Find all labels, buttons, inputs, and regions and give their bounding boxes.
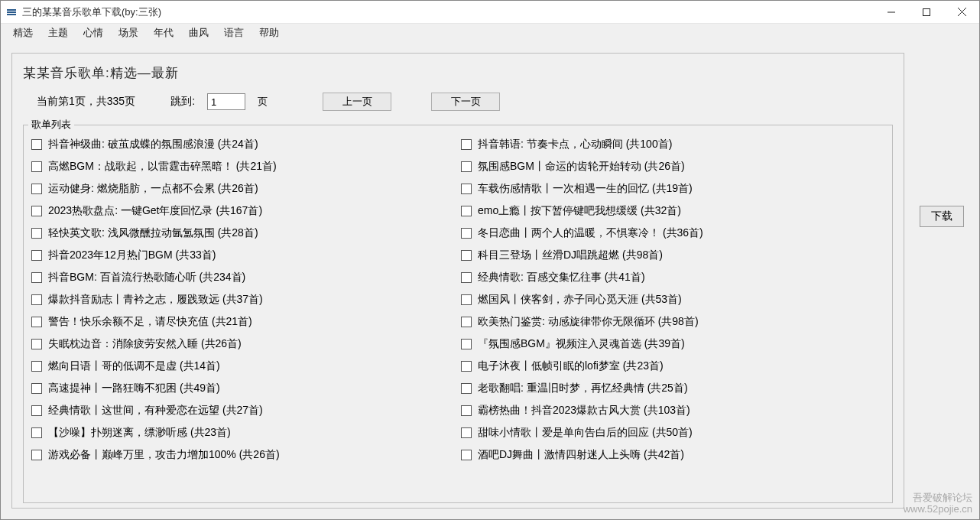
playlist-checkbox[interactable] [461,317,472,327]
playlist-item[interactable]: 老歌翻唱: 重温旧时梦，再忆经典情 (共25首) [458,377,888,399]
playlist-item[interactable]: 冬日恋曲丨两个人的温暖，不惧寒冷！ (共36首) [458,222,888,244]
pager: 当前第1页，共335页 跳到: 页 上一页 下一页 [23,93,893,111]
side-panel: 下载 [915,53,969,509]
playlist-item[interactable]: 酒吧DJ舞曲丨激情四射迷人上头嗨 (共42首) [458,444,888,466]
playlist-item[interactable]: 霸榜热曲！抖音2023爆款古风大赏 (共103首) [458,399,888,421]
playlist-checkbox[interactable] [31,361,42,372]
playlist-checkbox[interactable] [461,361,472,372]
playlist-checkbox[interactable] [461,405,472,416]
download-button[interactable]: 下载 [920,206,964,227]
next-page-button[interactable]: 下一页 [431,93,500,111]
group-title: 歌单列表 [28,118,74,132]
playlist-item[interactable]: 甜味小情歌丨爱是单向告白后的回应 (共50首) [458,421,888,444]
playlist-item[interactable]: 经典情歌: 百感交集忆往事 (共41首) [458,266,888,288]
playlist-item[interactable]: 【沙噪】扑朔迷离，缥渺听感 (共23首) [28,421,458,444]
playlist-item[interactable]: emo上瘾丨按下暂停键吧我想缓缓 (共32首) [458,200,888,222]
svg-rect-4 [923,8,930,15]
playlist-item[interactable]: 欧美热门鉴赏: 动感旋律带你无限循环 (共98首) [458,310,888,333]
main-panel: 某某音乐歌单:精选—最新 当前第1页，共335页 跳到: 页 上一页 下一页 歌… [11,53,904,509]
playlist-item[interactable]: 经典情歌丨这世间，有种爱恋在远望 (共27首) [28,399,458,421]
playlist-item[interactable]: 轻快英文歌: 浅风微醺拉动氤氲氛围 (共28首) [28,222,458,244]
menu-scene[interactable]: 场景 [112,24,144,41]
playlist-checkbox[interactable] [461,383,472,394]
page-status: 当前第1页，共335页 [37,95,135,109]
playlist-label: 2023热歌盘点: 一键Get年度回忆录 (共167首) [48,204,262,218]
playlist-checkbox[interactable] [31,139,42,150]
playlist-label: 抖音BGM: 百首流行热歌随心听 (共234首) [48,271,245,284]
playlist-checkbox[interactable] [31,405,42,416]
page-input[interactable] [207,93,245,110]
playlist-checkbox[interactable] [461,450,472,460]
playlist-checkbox[interactable] [31,272,42,283]
menu-theme[interactable]: 主题 [42,24,74,41]
playlist-checkbox[interactable] [31,450,42,460]
playlist-item[interactable]: 游戏必备丨巅峰万里，攻击力增加100% (共26首) [28,444,458,466]
playlist-checkbox[interactable] [461,206,472,216]
playlist-checkbox[interactable] [31,317,42,327]
menu-mood[interactable]: 心情 [77,24,109,41]
playlist-checkbox[interactable] [31,184,42,194]
playlist-item[interactable]: 高速提神丨一路狂嗨不犯困 (共49首) [28,377,458,399]
playlist-checkbox[interactable] [31,427,42,438]
playlist-item[interactable]: 抖音神级曲: 破茧成蝶的氛围感浪漫 (共24首) [28,133,458,155]
playlist-item[interactable]: 『氛围感BGM』视频注入灵魂首选 (共39首) [458,333,888,355]
playlist-item[interactable]: 车载伤感情歌丨一次相遇一生的回忆 (共19首) [458,177,888,200]
playlist-checkbox[interactable] [31,206,42,216]
playlist-item[interactable]: 爆款抖音励志丨青衿之志，履践致远 (共37首) [28,288,458,310]
playlist-label: 燃国风丨侠客剑，赤子同心觅天涯 (共53首) [478,293,682,307]
playlist-item[interactable]: 2023热歌盘点: 一键Get年度回忆录 (共167首) [28,200,458,222]
menu-era[interactable]: 年代 [148,24,180,41]
playlist-item[interactable]: 燃国风丨侠客剑，赤子同心觅天涯 (共53首) [458,288,888,310]
playlist-item[interactable]: 氛围感BGM丨命运的齿轮开始转动 (共26首) [458,155,888,177]
playlist-label: emo上瘾丨按下暂停键吧我想缓缓 (共32首) [478,204,681,218]
playlist-item[interactable]: 抖音BGM: 百首流行热歌随心听 (共234首) [28,266,458,288]
playlist-item[interactable]: 失眠枕边音：消除疲劳安然入睡 (共26首) [28,333,458,355]
playlist-checkbox[interactable] [461,228,472,239]
playlist-item[interactable]: 高燃BGM：战歌起，以雷霆击碎黑暗！ (共21首) [28,155,458,177]
playlist-label: 霸榜热曲！抖音2023爆款古风大赏 (共103首) [478,404,690,418]
playlist-label: 『氛围感BGM』视频注入灵魂首选 (共39首) [478,337,685,351]
minimize-button[interactable] [874,1,909,24]
menu-featured[interactable]: 精选 [7,24,39,41]
playlist-checkbox[interactable] [31,294,42,305]
playlist-item[interactable]: 运动健身: 燃烧脂肪，一点都不会累 (共26首) [28,177,458,200]
playlist-item[interactable]: 电子沐夜丨低帧引眠的lofi梦室 (共23首) [458,355,888,377]
playlist-checkbox[interactable] [31,250,42,261]
playlist-item[interactable]: 警告！快乐余额不足，请尽快充值 (共21首) [28,310,458,333]
playlist-label: 抖音韩语: 节奏卡点，心动瞬间 (共100首) [478,138,672,151]
svg-rect-0 [7,9,16,11]
playlist-label: 高速提神丨一路狂嗨不犯困 (共49首) [48,382,220,395]
playlist-checkbox[interactable] [31,161,42,172]
playlist-item[interactable]: 抖音2023年12月热门BGM (共33首) [28,244,458,266]
page-suffix: 页 [258,95,268,109]
page-title: 某某音乐歌单:精选—最新 [23,64,893,82]
playlist-label: 科目三登场丨丝滑DJ唱跳超燃 (共98首) [478,249,663,262]
maximize-button[interactable] [909,1,944,24]
playlist-checkbox[interactable] [461,161,472,172]
close-button[interactable] [944,1,979,24]
playlist-item[interactable]: 燃向日语丨哥的低调不是虚 (共14首) [28,355,458,377]
playlist-item[interactable]: 抖音韩语: 节奏卡点，心动瞬间 (共100首) [458,133,888,155]
playlist-checkbox[interactable] [31,383,42,394]
playlist-item[interactable]: 科目三登场丨丝滑DJ唱跳超燃 (共98首) [458,244,888,266]
playlist-label: 经典情歌丨这世间，有种爱恋在远望 (共27首) [48,404,263,418]
playlist-checkbox[interactable] [461,272,472,283]
playlist-checkbox[interactable] [461,139,472,150]
playlist-label: 抖音神级曲: 破茧成蝶的氛围感浪漫 (共24首) [48,138,258,151]
menu-style[interactable]: 曲风 [183,24,215,41]
playlist-label: 冬日恋曲丨两个人的温暖，不惧寒冷！ (共36首) [478,226,703,240]
menu-help[interactable]: 帮助 [253,24,285,41]
playlist-checkbox[interactable] [461,184,472,194]
playlist-checkbox[interactable] [461,294,472,305]
menu-language[interactable]: 语言 [218,24,250,41]
svg-rect-1 [7,11,16,13]
svg-rect-2 [7,14,16,15]
prev-page-button[interactable]: 上一页 [323,93,391,111]
playlist-checkbox[interactable] [461,427,472,438]
menubar: 精选 主题 心情 场景 年代 曲风 语言 帮助 [1,24,979,42]
playlist-checkbox[interactable] [31,339,42,349]
playlist-checkbox[interactable] [31,228,42,239]
playlist-checkbox[interactable] [461,250,472,261]
playlist-label: 爆款抖音励志丨青衿之志，履践致远 (共37首) [48,293,263,307]
playlist-checkbox[interactable] [461,339,472,349]
